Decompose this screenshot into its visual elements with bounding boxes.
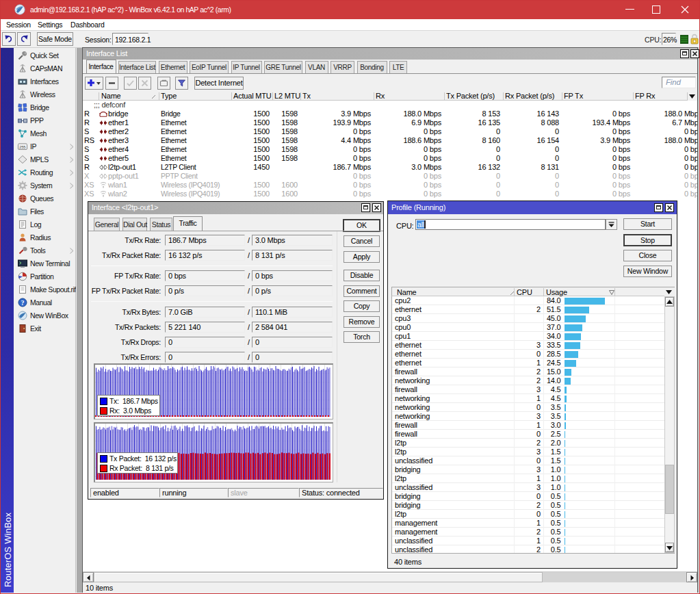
svg-text:255: 255: [19, 145, 26, 149]
svg-text:?: ?: [21, 299, 25, 307]
